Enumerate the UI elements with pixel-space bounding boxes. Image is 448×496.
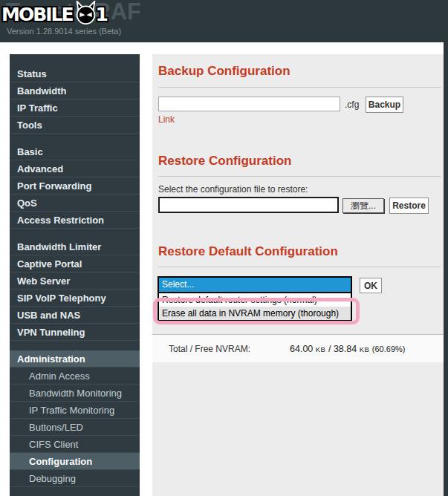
sidebar-item-sip-voip-telephony[interactable]: SIP VoIP Telephony bbox=[10, 290, 140, 307]
nvram-percent: (60.69%) bbox=[372, 345, 406, 353]
backup-filename-input[interactable] bbox=[158, 97, 340, 111]
header-bar: Tomato RAF Version 1.28.9014 series (Bet… bbox=[0, 0, 448, 42]
restore-default-select: Select... Restore default router setting… bbox=[158, 276, 352, 322]
sidebar-item-admin-access[interactable]: Admin Access bbox=[10, 368, 140, 385]
section-divider bbox=[158, 176, 441, 177]
nvram-unit: KB bbox=[360, 345, 370, 353]
sidebar-item-web-server[interactable]: Web Server bbox=[10, 273, 140, 290]
ok-button[interactable]: OK bbox=[360, 278, 382, 293]
sidebar-item-buttons-led[interactable]: Buttons/LED bbox=[10, 419, 140, 436]
backup-button[interactable]: Backup bbox=[366, 97, 403, 113]
mobile01-watermark: MOBILE 1 bbox=[1, 2, 107, 27]
sidebar-group-gap bbox=[10, 229, 140, 238]
sidebar-item-tools[interactable]: Tools bbox=[10, 117, 140, 134]
sidebar-item-status[interactable]: Status bbox=[10, 65, 140, 82]
sidebar-group-gap bbox=[10, 341, 140, 350]
sidebar-item-port-forwarding[interactable]: Port Forwarding bbox=[10, 177, 140, 195]
select-option-restore-normal[interactable]: Restore default router settings (normal) bbox=[159, 293, 351, 307]
backup-configuration-heading: Backup Configuration bbox=[158, 64, 290, 79]
select-selected-option[interactable]: Select... bbox=[158, 276, 352, 293]
sidebar-item-bandwidth[interactable]: Bandwidth bbox=[10, 82, 140, 99]
sidebar-group-gap bbox=[10, 134, 140, 143]
select-dropdown-list: Restore default router settings (normal)… bbox=[158, 293, 352, 322]
restore-button[interactable]: Restore bbox=[389, 198, 429, 214]
window-edge-strip bbox=[444, 0, 448, 496]
mobile01-devil-icon bbox=[74, 1, 97, 28]
nvram-separator: / bbox=[328, 344, 331, 354]
nvram-free: 38.84 bbox=[334, 344, 357, 354]
sidebar-item-access-restriction[interactable]: Access Restriction bbox=[10, 212, 140, 229]
browse-button[interactable]: 瀏覽... bbox=[343, 198, 384, 213]
sidebar-item-debugging[interactable]: Debugging bbox=[10, 470, 140, 487]
nvram-label: Total / Free NVRAM: bbox=[169, 344, 290, 354]
restore-configuration-heading: Restore Configuration bbox=[158, 154, 291, 169]
sidebar-item-bandwidth-monitoring[interactable]: Bandwidth Monitoring bbox=[10, 385, 140, 402]
watermark-text: MOBILE bbox=[1, 4, 73, 25]
sidebar-item-qos[interactable]: QoS bbox=[10, 195, 140, 212]
sidebar-item-captive-portal[interactable]: Captive Portal bbox=[10, 255, 140, 273]
sidebar-menu: Status Bandwidth IP Traffic Tools Basic … bbox=[10, 54, 140, 496]
main-content: Backup Configuration .cfg Backup Link Re… bbox=[152, 54, 444, 496]
section-divider bbox=[158, 87, 441, 88]
sidebar-item-usb-and-nas[interactable]: USB and NAS bbox=[10, 307, 140, 324]
nvram-unit: KB bbox=[316, 345, 326, 353]
section-divider bbox=[158, 267, 441, 267]
sidebar-item-administration[interactable]: Administration bbox=[10, 350, 140, 368]
sidebar-item-basic[interactable]: Basic bbox=[10, 143, 140, 160]
sidebar-item-configuration[interactable]: Configuration bbox=[10, 453, 140, 470]
sidebar-item-ip-traffic[interactable]: IP Traffic bbox=[10, 99, 140, 117]
sidebar-item-advanced[interactable]: Advanced bbox=[10, 160, 140, 177]
sidebar-item-ip-traffic-monitoring[interactable]: IP Traffic Monitoring bbox=[10, 402, 140, 419]
backup-link[interactable]: Link bbox=[158, 114, 175, 125]
watermark-one: 1 bbox=[96, 4, 107, 25]
cfg-extension-label: .cfg bbox=[345, 99, 359, 110]
restore-default-configuration-heading: Restore Default Configuration bbox=[158, 244, 338, 259]
restore-file-label: Select the configuration file to restore… bbox=[158, 184, 308, 195]
firmware-version: Version 1.28.9014 series (Beta) bbox=[7, 27, 121, 36]
sidebar-item-vpn-tunneling[interactable]: VPN Tunneling bbox=[10, 324, 140, 341]
restore-file-input[interactable] bbox=[158, 197, 339, 213]
router-admin-page: Tomato RAF Version 1.28.9014 series (Bet… bbox=[0, 0, 448, 496]
nvram-value: 64.00 KB / 38.84 KB (60.69%) bbox=[290, 344, 405, 354]
select-option-erase-nvram[interactable]: Erase all data in NVRAM memory (thorough… bbox=[159, 307, 351, 320]
sidebar-item-bandwidth-limiter[interactable]: Bandwidth Limiter bbox=[10, 238, 140, 255]
nvram-total: 64.00 bbox=[290, 344, 313, 354]
sidebar-item-cifs-client[interactable]: CIFS Client bbox=[10, 436, 140, 453]
nvram-summary-row: Total / Free NVRAM: 64.00 KB / 38.84 KB … bbox=[152, 334, 444, 362]
